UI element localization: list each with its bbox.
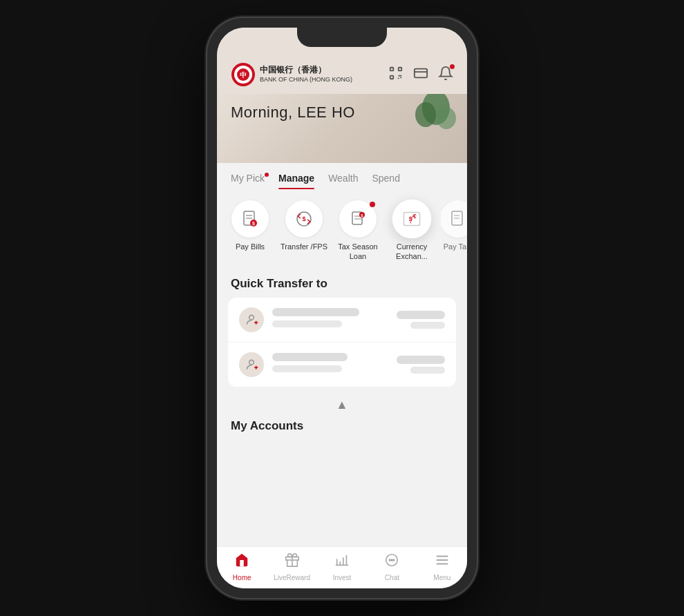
nav-menu[interactable]: Menu: [417, 552, 467, 581]
chat-icon: [384, 552, 399, 571]
tab-wealth[interactable]: Wealth: [328, 173, 358, 189]
my-accounts-title: My Accounts: [217, 419, 467, 440]
tax-loan-label: Tax Season Loan: [333, 242, 383, 262]
transfer-item[interactable]: [228, 298, 456, 343]
transfer-fps-icon: $: [294, 209, 314, 229]
tax-loan-icon-wrap: $: [339, 200, 377, 238]
mypick-dot: [265, 173, 269, 177]
currency-exchange-label: Currency Exchan...: [387, 242, 437, 262]
amount-line4: [410, 367, 445, 374]
svg-text:中: 中: [240, 71, 247, 79]
chat-label: Chat: [385, 574, 399, 581]
livereward-label: LiveReward: [274, 574, 310, 581]
bottom-navigation: Home LiveReward: [217, 546, 467, 588]
contact-name-blur2: [272, 353, 348, 361]
notification-icon[interactable]: [438, 66, 453, 84]
amount-line2: [410, 322, 445, 329]
tab-mypick[interactable]: My Pick: [231, 173, 265, 189]
action-currency-exchange[interactable]: $ € Currency Exchan...: [387, 200, 437, 262]
tax-loan-icon: $: [348, 209, 368, 229]
quick-transfer-list: [228, 298, 456, 387]
svg-point-45: [392, 559, 393, 561]
quick-transfer-header: Quick Transfer to: [217, 267, 467, 298]
contact-avatar: [239, 352, 264, 377]
menu-icon: [435, 552, 450, 571]
action-transfer-fps[interactable]: $ Transfer /FPS: [279, 200, 329, 262]
home-icon: [234, 552, 249, 571]
amount-line3: [397, 356, 445, 364]
phone-notch: [297, 28, 387, 47]
notification-badge: [450, 64, 455, 69]
phone-screen: 中 中国银行（香港） BANK OF CHINA (HONG KONG): [217, 28, 467, 588]
svg-point-15: [437, 107, 456, 129]
pay-tax-icon: [448, 209, 467, 229]
my-accounts-header: ▲: [217, 387, 467, 419]
card-icon[interactable]: [413, 66, 428, 84]
invest-icon: [334, 552, 350, 571]
svg-rect-6: [390, 75, 394, 79]
currency-exchange-icon: $ €: [401, 209, 421, 229]
contact-detail-blur: [272, 320, 342, 327]
tab-bar: My Pick Manage Wealth Spend: [217, 163, 467, 189]
contact-info: [272, 353, 388, 376]
svg-rect-5: [399, 67, 402, 70]
svg-rect-11: [415, 68, 427, 77]
header-icons: [388, 66, 453, 84]
svg-point-44: [390, 559, 391, 561]
transfer-item[interactable]: [228, 343, 456, 387]
nav-invest[interactable]: Invest: [317, 552, 367, 581]
pay-bills-label: Pay Bills: [236, 242, 265, 251]
home-label: Home: [233, 574, 251, 581]
action-tax-season-loan[interactable]: $ Tax Season Loan: [333, 200, 383, 262]
transfer-fps-label: Transfer /FPS: [281, 242, 327, 251]
boc-logo-icon: 中: [231, 62, 256, 87]
phone-shell: 中 中国银行（香港） BANK OF CHINA (HONG KONG): [207, 18, 477, 598]
app-header: 中 中国银行（香港） BANK OF CHINA (HONG KONG): [217, 58, 467, 94]
contact-name-blur: [272, 308, 359, 316]
tax-loan-badge: [370, 202, 375, 207]
svg-point-46: [393, 559, 395, 561]
tab-spend[interactable]: Spend: [372, 173, 399, 189]
pay-tax-label: Pay Ta...: [444, 242, 467, 251]
svg-point-34: [249, 315, 254, 320]
pay-bills-icon: $: [240, 209, 260, 229]
svg-text:$: $: [252, 221, 255, 227]
collapse-chevron-icon[interactable]: ▲: [336, 398, 348, 412]
contact-amount: [397, 311, 445, 329]
contact-info: [272, 308, 388, 331]
hero-section: Morning, LEE HO: [217, 94, 467, 163]
menu-label: Menu: [433, 574, 450, 581]
nav-chat[interactable]: Chat: [367, 552, 417, 581]
plant-decoration: [412, 94, 460, 142]
invest-label: Invest: [333, 574, 352, 581]
amount-line1: [397, 311, 445, 319]
livereward-icon: [285, 552, 300, 571]
tab-manage[interactable]: Manage: [278, 173, 314, 189]
quick-actions-row: $ Pay Bills $ Transfe: [217, 189, 467, 267]
logo-area: 中 中国银行（香港） BANK OF CHINA (HONG KONG): [231, 62, 352, 87]
svg-text:$: $: [302, 215, 305, 222]
transfer-fps-icon-wrap: $: [285, 200, 323, 238]
bank-name: 中国银行（香港） BANK OF CHINA (HONG KONG): [260, 65, 352, 84]
nav-livereward[interactable]: LiveReward: [267, 552, 316, 581]
main-content: My Pick Manage Wealth Spend: [217, 163, 467, 546]
svg-rect-4: [390, 67, 394, 70]
contact-amount: [397, 356, 445, 374]
action-pay-bills[interactable]: $ Pay Bills: [225, 200, 275, 262]
currency-exchange-icon-wrap: $ €: [392, 200, 432, 239]
contact-avatar: [239, 307, 264, 332]
action-pay-tax[interactable]: Pay Ta...: [441, 200, 467, 262]
svg-point-14: [415, 102, 436, 127]
svg-point-35: [249, 360, 254, 365]
svg-text:€: €: [413, 213, 417, 220]
contact-detail-blur2: [272, 365, 342, 372]
pay-bills-icon-wrap: $: [231, 200, 269, 238]
scan-icon[interactable]: [388, 66, 403, 84]
nav-home[interactable]: Home: [217, 552, 267, 581]
pay-tax-icon-wrap: [441, 200, 467, 238]
